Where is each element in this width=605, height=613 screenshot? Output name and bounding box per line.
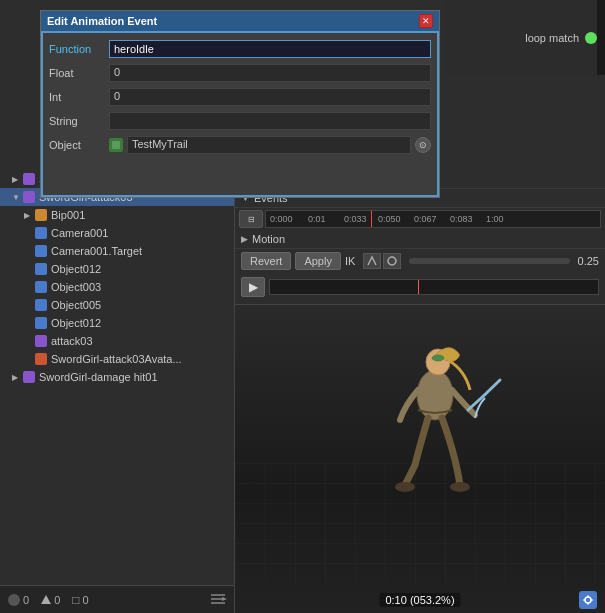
play-button[interactable]: ▶ bbox=[241, 277, 265, 297]
dialog-body: Function Float 0 Int 0 String Object bbox=[41, 31, 439, 197]
anim-icon bbox=[22, 370, 36, 384]
hierarchy-panel: ▶ SwordGirl-attack02 ▼ SwordGirl-attack0… bbox=[0, 170, 235, 613]
hierarchy-toolbar: 0 0 □ 0 bbox=[0, 585, 235, 613]
svg-point-5 bbox=[388, 257, 396, 265]
hierarchy-item-swordgirl-damage-hit01[interactable]: ▶ SwordGirl-damage hit01 bbox=[0, 368, 234, 386]
hierarchy-item-object012-2[interactable]: Object012 bbox=[0, 314, 234, 332]
time-marker-2: 0:033 bbox=[344, 214, 367, 224]
time-cursor bbox=[371, 211, 372, 227]
bone-icon bbox=[34, 208, 48, 222]
expand-collapse-btn[interactable] bbox=[209, 592, 227, 608]
dialog-title: Edit Animation Event bbox=[47, 15, 157, 27]
toolbar-item-3: □ 0 bbox=[72, 593, 88, 607]
playback-timeline[interactable] bbox=[269, 279, 599, 295]
cube-icon bbox=[34, 298, 48, 312]
ik-feet-btn[interactable] bbox=[363, 253, 381, 269]
cube-icon bbox=[34, 226, 48, 240]
time-marker-6: 1:00 bbox=[486, 214, 504, 224]
hierarchy-item-object005[interactable]: Object005 bbox=[0, 296, 234, 314]
motion-section[interactable]: ▶ Motion bbox=[235, 230, 605, 249]
object-icon bbox=[109, 138, 123, 152]
string-value bbox=[109, 112, 431, 130]
function-input[interactable] bbox=[109, 40, 431, 58]
toolbar-item-2: 0 bbox=[41, 594, 60, 606]
hierarchy-item-object012-1[interactable]: Object012 bbox=[0, 260, 234, 278]
time-marker-1: 0:01 bbox=[308, 214, 326, 224]
item-label: Object012 bbox=[51, 317, 101, 329]
time-marker-3: 0:050 bbox=[378, 214, 401, 224]
cube-icon bbox=[34, 244, 48, 258]
item-label: Object012 bbox=[51, 263, 101, 275]
cube-icon bbox=[34, 280, 48, 294]
viewport: 0:10 (053.2%) bbox=[235, 305, 605, 613]
hierarchy-item-object003[interactable]: Object003 bbox=[0, 278, 234, 296]
object-row: Object TestMyTrail ⊙ bbox=[49, 135, 431, 155]
time-marker-5: 0:083 bbox=[450, 214, 473, 224]
item-label: Camera001.Target bbox=[51, 245, 142, 257]
object-value-row: TestMyTrail ⊙ bbox=[109, 136, 431, 154]
int-row: Int 0 bbox=[49, 87, 431, 107]
function-row: Function bbox=[49, 39, 431, 59]
timeline-mode-btn[interactable]: ⊟ bbox=[239, 210, 263, 228]
svg-rect-0 bbox=[112, 141, 120, 149]
apply-button[interactable]: Apply bbox=[295, 252, 341, 270]
anim-icon bbox=[22, 172, 36, 186]
dialog-titlebar: Edit Animation Event ✕ bbox=[41, 11, 439, 31]
hierarchy-item-camera001[interactable]: Camera001 bbox=[0, 224, 234, 242]
function-label: Function bbox=[49, 43, 109, 55]
int-value: 0 bbox=[109, 88, 431, 106]
hierarchy-item-camera001-target[interactable]: Camera001.Target bbox=[0, 242, 234, 260]
object-label: Object bbox=[49, 139, 109, 151]
circle-icon bbox=[8, 594, 20, 606]
hierarchy-item-swordgirl-attack03-avata[interactable]: SwordGirl-attack03Avata... bbox=[0, 350, 234, 368]
float-row: Float 0 bbox=[49, 63, 431, 83]
svg-point-9 bbox=[395, 482, 415, 492]
object-select-btn[interactable]: ⊙ bbox=[415, 137, 431, 153]
main-panel: ▶ Curves ▼ Events ⊟ 0:000 0:01 0:033 0:0… bbox=[235, 170, 605, 613]
expand-arrow: ▶ bbox=[24, 211, 34, 220]
expand-arrow: ▼ bbox=[12, 193, 22, 202]
viewport-status: 0:10 (053.2%) bbox=[379, 593, 460, 607]
viewport-settings-icon[interactable] bbox=[579, 591, 597, 609]
count-3: 0 bbox=[83, 594, 89, 606]
ik-controls bbox=[363, 253, 401, 269]
edit-animation-dialog: Edit Animation Event ✕ Function Float 0 … bbox=[40, 10, 440, 198]
count-2: 0 bbox=[54, 594, 60, 606]
svg-marker-4 bbox=[222, 597, 227, 601]
bottom-controls: Revert Apply IK 0.25 bbox=[235, 249, 605, 273]
hierarchy-item-bip001[interactable]: ▶ Bip001 bbox=[0, 206, 234, 224]
svg-point-11 bbox=[432, 355, 444, 361]
svg-point-12 bbox=[585, 597, 591, 603]
object-value: TestMyTrail bbox=[127, 136, 411, 154]
motion-arrow: ▶ bbox=[241, 234, 248, 244]
item-label: Bip001 bbox=[51, 209, 85, 221]
revert-button[interactable]: Revert bbox=[241, 252, 291, 270]
close-button[interactable]: ✕ bbox=[419, 14, 433, 28]
cube-icon bbox=[34, 316, 48, 330]
item-label: SwordGirl-attack03Avata... bbox=[51, 353, 182, 365]
expand-arrow: ▶ bbox=[12, 175, 22, 184]
time-marker-4: 0:067 bbox=[414, 214, 437, 224]
item-label: attack03 bbox=[51, 335, 93, 347]
count-1: 0 bbox=[23, 594, 29, 606]
sword-icon bbox=[34, 352, 48, 366]
time-marker-0: 0:000 bbox=[270, 214, 293, 224]
int-label: Int bbox=[49, 91, 109, 103]
triangle-icon bbox=[41, 595, 51, 604]
string-label: String bbox=[49, 115, 109, 127]
anim-icon bbox=[22, 190, 36, 204]
float-value: 0 bbox=[109, 64, 431, 82]
expand-arrow: ▶ bbox=[12, 373, 22, 382]
ik-hands-btn[interactable] bbox=[383, 253, 401, 269]
svg-point-10 bbox=[450, 482, 470, 492]
string-row: String bbox=[49, 111, 431, 131]
timeline-ruler[interactable]: 0:000 0:01 0:033 0:050 0:067 0:083 1:00 bbox=[265, 210, 601, 228]
progress-value: 0.25 bbox=[578, 255, 599, 267]
toolbar-item-1: 0 bbox=[8, 594, 29, 606]
loop-match-area: loop match bbox=[445, 0, 605, 75]
hierarchy-item-attack03[interactable]: attack03 bbox=[0, 332, 234, 350]
timeline-markers-row: ⊟ 0:000 0:01 0:033 0:050 0:067 0:083 1:0… bbox=[235, 208, 605, 230]
item-label: Object003 bbox=[51, 281, 101, 293]
anim-icon bbox=[34, 334, 48, 348]
progress-bar[interactable] bbox=[409, 258, 569, 264]
